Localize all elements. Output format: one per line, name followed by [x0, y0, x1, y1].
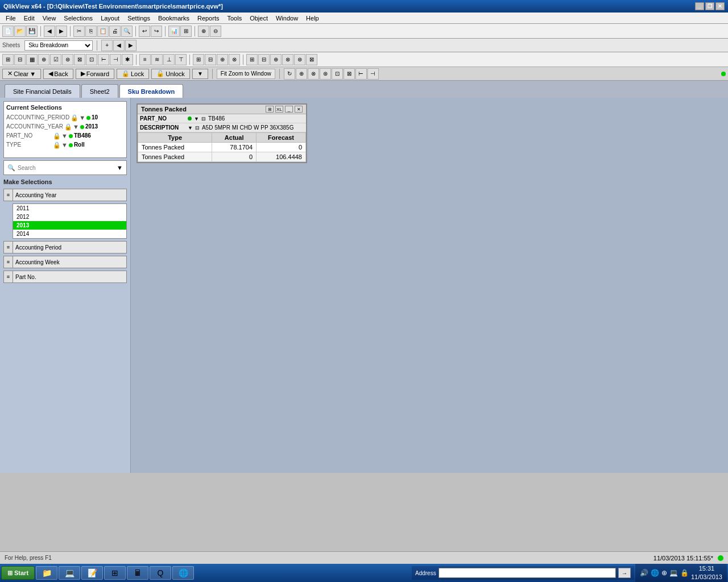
tool-18[interactable]: ⊕	[217, 54, 228, 65]
year-2011[interactable]: 2011	[13, 204, 126, 213]
taskbar-ie[interactable]: 🌐	[172, 566, 194, 580]
print-button[interactable]: 🖨	[109, 26, 121, 37]
tool-12[interactable]: ≡	[139, 54, 151, 65]
cut-button[interactable]: ✂	[73, 26, 85, 37]
paste-button[interactable]: 📋	[97, 26, 109, 37]
menu-reports[interactable]: Reports	[194, 14, 223, 23]
taskbar-calc[interactable]: 🖩	[127, 566, 148, 580]
filter-accounting-period[interactable]: ≡ Accounting Period	[3, 241, 127, 253]
tool-15[interactable]: ⊤	[175, 54, 187, 65]
address-go[interactable]: →	[618, 568, 631, 578]
tool-11[interactable]: ✱	[122, 54, 133, 65]
menu-tools[interactable]: Tools	[224, 14, 245, 23]
lock-button[interactable]: 🔒 Lock	[117, 69, 149, 79]
unlock-button[interactable]: 🔓 Unlock	[151, 69, 190, 79]
search-input[interactable]	[18, 165, 114, 171]
tool-21[interactable]: ⊟	[258, 54, 270, 65]
sheet-prev[interactable]: ◀	[113, 40, 125, 51]
undo-button[interactable]: ↩	[139, 26, 150, 37]
tool-5[interactable]: ☑	[50, 54, 61, 65]
forward-button[interactable]: ▶ Forward	[76, 69, 114, 79]
taskbar-script[interactable]: 📝	[81, 566, 103, 580]
start-button[interactable]: ⊞ Start	[1, 566, 35, 580]
tool-8[interactable]: ⊡	[86, 54, 97, 65]
tool-3[interactable]: ▦	[26, 54, 38, 65]
menu-file[interactable]: File	[2, 14, 19, 23]
tool-25[interactable]: ⊠	[306, 54, 317, 65]
tool-1[interactable]: ⊞	[2, 54, 14, 65]
tab-sku-breakdown[interactable]: Sku Breakdown	[119, 84, 184, 98]
action-icon-6[interactable]: ⊠	[344, 68, 355, 80]
filter-accounting-week[interactable]: ≡ Accounting Week	[3, 256, 127, 268]
back-button[interactable]: ◀ Back	[43, 69, 73, 79]
zoom-in[interactable]: ⊕	[198, 26, 209, 37]
tool-24[interactable]: ⊛	[294, 54, 305, 65]
action-icon-5[interactable]: ⊡	[332, 68, 343, 80]
year-2013[interactable]: 2013	[13, 221, 126, 230]
tool-20[interactable]: ⊞	[246, 54, 258, 65]
tool-22[interactable]: ⊕	[270, 54, 282, 65]
taskbar-qv[interactable]: Q	[150, 566, 171, 580]
tool-4[interactable]: ⊕	[38, 54, 49, 65]
action-icon-7[interactable]: ⊢	[355, 68, 367, 80]
clear-dropdown-icon[interactable]: ▼	[30, 70, 36, 77]
dt-desc-expand-icon[interactable]: ⊟	[195, 125, 200, 131]
restore-button[interactable]: ❐	[705, 2, 714, 10]
menu-bookmarks[interactable]: Bookmarks	[155, 14, 193, 23]
menu-window[interactable]: Window	[272, 14, 301, 23]
tool-19[interactable]: ⊗	[229, 54, 240, 65]
tool-13[interactable]: ≋	[151, 54, 163, 65]
filter-accounting-year[interactable]: ≡ Accounting Year	[3, 189, 127, 201]
dt-partno-expand-icon[interactable]: ⊟	[201, 116, 206, 122]
tool-7[interactable]: ⊠	[74, 54, 85, 65]
taskbar-windows[interactable]: ⊞	[104, 566, 126, 580]
tab-site-financial[interactable]: Site Financial Details	[5, 84, 80, 98]
menu-selections[interactable]: Selections	[60, 14, 96, 23]
close-button[interactable]: ✕	[715, 2, 725, 10]
action-icon-2[interactable]: ⊕	[296, 68, 307, 80]
clear-button[interactable]: ✕ Clear ▼	[2, 69, 41, 79]
action-icon-3[interactable]: ⊗	[308, 68, 319, 80]
search-dropdown-icon[interactable]: ▼	[117, 164, 123, 171]
find-button[interactable]: 🔍	[121, 26, 133, 37]
minimize-button[interactable]: _	[695, 2, 704, 10]
menu-object[interactable]: Object	[246, 14, 271, 23]
action-icon-8[interactable]: ⊣	[367, 68, 379, 80]
taskbar-cmd[interactable]: 💻	[59, 566, 80, 580]
tool-17[interactable]: ⊟	[205, 54, 216, 65]
tool-16[interactable]: ⊞	[193, 54, 204, 65]
action-icon-4[interactable]: ⊛	[320, 68, 331, 80]
menu-layout[interactable]: Layout	[97, 14, 123, 23]
fit-zoom-button[interactable]: Fit Zoom to Window	[217, 69, 275, 79]
menu-help[interactable]: Help	[303, 14, 322, 23]
open-button[interactable]: 📂	[14, 26, 26, 37]
filter-part-no[interactable]: ≡ Part No.	[3, 271, 127, 283]
address-input[interactable]	[439, 568, 616, 578]
new-button[interactable]: 📄	[2, 26, 14, 37]
year-2012[interactable]: 2012	[13, 213, 126, 221]
menu-edit[interactable]: Edit	[20, 14, 38, 23]
save-button[interactable]: 💾	[26, 26, 38, 37]
back-toolbar[interactable]: ◀	[44, 26, 55, 37]
dt-desc-filter-icon[interactable]: ▼	[188, 125, 193, 131]
zoom-out[interactable]: ⊖	[210, 26, 221, 37]
year-2014[interactable]: 2014	[13, 230, 126, 238]
menu-settings[interactable]: Settings	[124, 14, 154, 23]
dt-xl[interactable]: XL	[275, 106, 283, 113]
sheet-add[interactable]: +	[101, 40, 113, 51]
taskbar-folder[interactable]: 📁	[36, 566, 57, 580]
copy-button[interactable]: ⎘	[85, 26, 97, 37]
chart-button[interactable]: 📊	[168, 26, 180, 37]
dt-close[interactable]: ✕	[295, 106, 303, 113]
tab-sheet2[interactable]: Sheet2	[81, 84, 118, 98]
tool-23[interactable]: ⊗	[282, 54, 293, 65]
tool-6[interactable]: ⊛	[62, 54, 73, 65]
table-button[interactable]: ⊞	[180, 26, 192, 37]
refresh-icon[interactable]: ↻	[284, 68, 295, 80]
dt-maximize[interactable]: ⊞	[266, 106, 274, 113]
tool-9[interactable]: ⊢	[98, 54, 109, 65]
tool-10[interactable]: ⊣	[110, 54, 121, 65]
dt-minimize[interactable]: _	[285, 106, 293, 113]
sheet-next[interactable]: ▶	[125, 40, 136, 51]
tool-2[interactable]: ⊟	[14, 54, 26, 65]
